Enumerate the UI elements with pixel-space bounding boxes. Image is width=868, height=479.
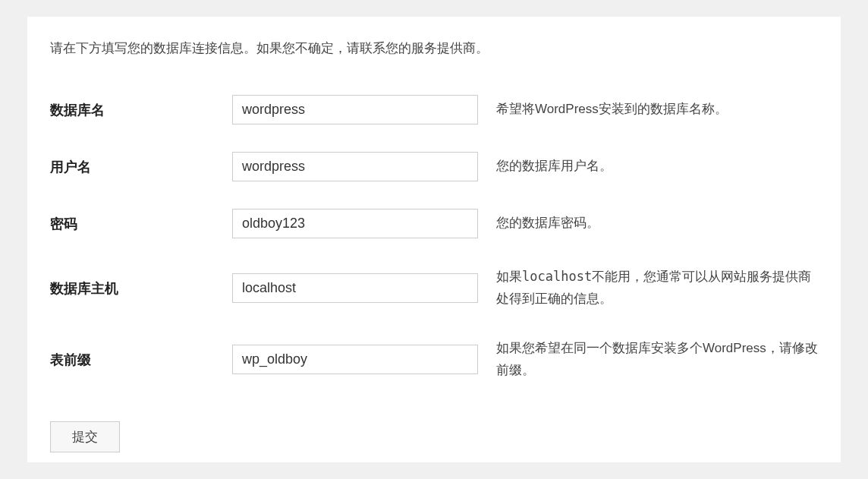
desc-dbhost: 如果localhost不能用，您通常可以从网站服务提供商处得到正确的信息。 <box>496 252 818 324</box>
desc-dbhost-code: localhost <box>522 269 592 284</box>
setup-panel: 请在下方填写您的数据库连接信息。如果您不确定，请联系您的服务提供商。 数据库名 … <box>27 17 841 462</box>
label-password: 密码 <box>50 195 232 252</box>
desc-username: 您的数据库用户名。 <box>496 138 818 195</box>
desc-dbname: 希望将WordPress安装到的数据库名称。 <box>496 81 818 138</box>
label-dbhost: 数据库主机 <box>50 252 232 324</box>
dbname-input[interactable] <box>232 95 478 124</box>
intro-text: 请在下方填写您的数据库连接信息。如果您不确定，请联系您的服务提供商。 <box>50 38 818 58</box>
submit-row: 提交 <box>50 421 818 452</box>
username-input[interactable] <box>232 152 478 181</box>
prefix-input[interactable] <box>232 345 478 374</box>
row-dbhost: 数据库主机 如果localhost不能用，您通常可以从网站服务提供商处得到正确的… <box>50 252 818 324</box>
desc-prefix: 如果您希望在同一个数据库安装多个WordPress，请修改前缀。 <box>496 324 818 395</box>
db-config-form: 数据库名 希望将WordPress安装到的数据库名称。 用户名 您的数据库用户名… <box>50 81 818 395</box>
label-username: 用户名 <box>50 138 232 195</box>
row-dbname: 数据库名 希望将WordPress安装到的数据库名称。 <box>50 81 818 138</box>
desc-dbhost-pre: 如果 <box>496 269 522 284</box>
submit-button[interactable]: 提交 <box>50 421 120 452</box>
label-dbname: 数据库名 <box>50 81 232 138</box>
password-input[interactable] <box>232 209 478 238</box>
row-password: 密码 您的数据库密码。 <box>50 195 818 252</box>
row-prefix: 表前缀 如果您希望在同一个数据库安装多个WordPress，请修改前缀。 <box>50 324 818 395</box>
row-username: 用户名 您的数据库用户名。 <box>50 138 818 195</box>
desc-password: 您的数据库密码。 <box>496 195 818 252</box>
label-prefix: 表前缀 <box>50 324 232 395</box>
dbhost-input[interactable] <box>232 273 478 303</box>
